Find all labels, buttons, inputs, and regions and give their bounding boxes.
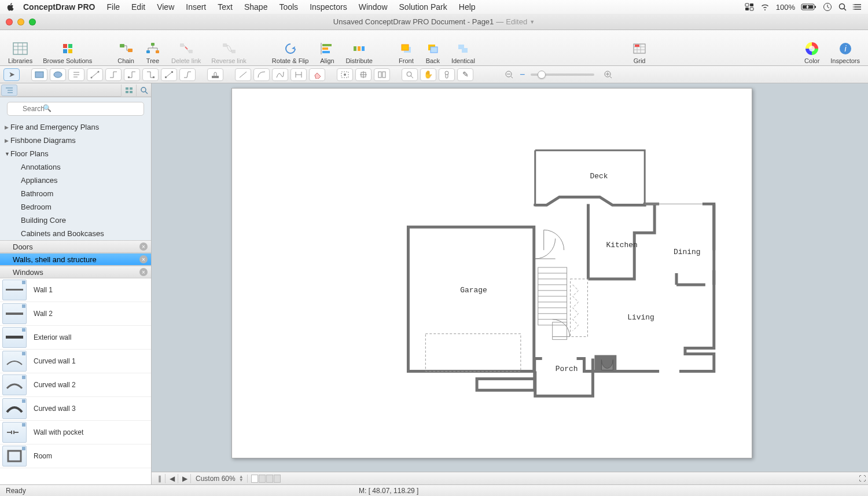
zoom-out-button[interactable]: [501, 68, 517, 81]
tree-button[interactable]: Tree: [140, 32, 165, 64]
zoom-tool[interactable]: [402, 68, 418, 81]
minimize-button[interactable]: [17, 19, 24, 25]
close-icon[interactable]: ×: [139, 268, 148, 276]
pan-tool[interactable]: ✋: [420, 68, 436, 81]
category-floorplans[interactable]: ▼Floor Plans: [0, 147, 151, 160]
lib-item-curved3[interactable]: Curved wall 3: [0, 397, 151, 421]
subcat-bathroom[interactable]: Bathroom: [0, 187, 151, 200]
lib-item-extwall[interactable]: Exterior wall: [0, 326, 151, 350]
menu-tools[interactable]: Tools: [279, 2, 298, 12]
snap3-tool[interactable]: [374, 68, 390, 81]
conn1-tool[interactable]: [87, 68, 103, 81]
zoom-in-button[interactable]: [600, 68, 616, 81]
snap1-tool[interactable]: [337, 68, 353, 81]
canvas-viewport[interactable]: Deck Kitchen Dining Garage Living Porch …: [152, 83, 868, 484]
line-tool[interactable]: [235, 68, 251, 81]
lib-item-wall2[interactable]: Wall 2: [0, 302, 151, 326]
close-icon[interactable]: ×: [139, 243, 148, 251]
menu-list-icon[interactable]: [853, 3, 862, 11]
tree-view-button[interactable]: [1, 84, 17, 96]
zoom-out-minus[interactable]: −: [520, 69, 525, 80]
menu-inspectors[interactable]: Inspectors: [310, 2, 347, 12]
menu-window[interactable]: Window: [359, 2, 388, 12]
menu-edit[interactable]: Edit: [131, 2, 145, 12]
zoom-slider[interactable]: [531, 74, 594, 76]
menu-insert[interactable]: Insert: [186, 2, 206, 12]
conn6-tool[interactable]: [179, 68, 196, 81]
chevron-down-icon[interactable]: ▼: [529, 19, 535, 25]
color-button[interactable]: Color: [799, 32, 825, 64]
menu-shape[interactable]: Shape: [244, 2, 267, 12]
subcat-annotations[interactable]: Annotations: [0, 160, 151, 174]
chain-button[interactable]: Chain: [113, 32, 139, 64]
spotlight-icon[interactable]: [838, 2, 847, 12]
apple-logo-icon[interactable]: [6, 2, 15, 12]
conn5-tool[interactable]: [161, 68, 177, 81]
sidebar-search-button[interactable]: [136, 84, 151, 96]
page-next-button[interactable]: ▶: [179, 474, 191, 483]
subcat-buildingcore[interactable]: Building Core: [0, 214, 151, 227]
lib-item-pocket[interactable]: Wall with pocket: [0, 421, 151, 444]
lib-item-curved2[interactable]: Curved wall 2: [0, 373, 151, 397]
menu-file[interactable]: File: [106, 2, 120, 12]
battery-icon[interactable]: [801, 3, 817, 11]
subcat-bedroom[interactable]: Bedroom: [0, 200, 151, 214]
eyedrop-tool[interactable]: [439, 68, 455, 81]
lib-item-curved1[interactable]: Curved wall 1: [0, 350, 151, 373]
page-pause-button[interactable]: ∥: [154, 474, 165, 483]
pointer-tool[interactable]: ➤: [3, 68, 20, 81]
libheader-windows[interactable]: Windows×: [0, 266, 151, 278]
browse-solutions-button[interactable]: Browse Solutions: [38, 32, 97, 64]
lib-item-room[interactable]: Room: [0, 444, 151, 468]
ellipse-tool[interactable]: [50, 68, 66, 81]
search-input[interactable]: [7, 102, 144, 116]
erase-tool[interactable]: [309, 68, 325, 81]
inspectors-button[interactable]: iInspectors: [826, 32, 865, 64]
conn2-tool[interactable]: [105, 68, 122, 81]
wifi-icon[interactable]: [760, 3, 770, 11]
distribute-button[interactable]: Distribute: [341, 32, 377, 64]
zoom-button[interactable]: [29, 19, 36, 25]
zoom-select[interactable]: Custom 60%▲▼: [192, 475, 248, 483]
arc-tool[interactable]: [253, 68, 270, 81]
menu-text[interactable]: Text: [218, 2, 233, 12]
conn3-tool[interactable]: [124, 68, 140, 81]
category-fire[interactable]: ▶Fire and Emergency Plans: [0, 120, 151, 134]
delete-link-button[interactable]: Delete link: [167, 32, 205, 64]
subcat-cabinets[interactable]: Cabinets and Bookcases: [0, 227, 151, 240]
page-thumbnails[interactable]: [249, 475, 281, 483]
stamp-tool[interactable]: [207, 68, 223, 81]
rect-tool[interactable]: [31, 68, 47, 81]
subcat-appliances[interactable]: Appliances: [0, 174, 151, 187]
back-button[interactable]: Back: [420, 32, 446, 64]
pencil-tool[interactable]: ✎: [457, 68, 473, 81]
menu-view[interactable]: View: [157, 2, 174, 12]
control-center-icon[interactable]: [745, 3, 754, 11]
front-button[interactable]: Front: [393, 32, 419, 64]
rotate-flip-button[interactable]: Rotate & Flip: [267, 32, 314, 64]
page-expand-button[interactable]: ⛶: [856, 474, 868, 483]
lib-item-wall1[interactable]: Wall 1: [0, 278, 151, 302]
menu-solutionpark[interactable]: Solution Park: [399, 2, 447, 12]
clock-icon[interactable]: [823, 2, 832, 12]
conn4-tool[interactable]: [142, 68, 159, 81]
grid-view-button[interactable]: [121, 84, 136, 96]
app-name: ConceptDraw PRO: [23, 2, 95, 12]
libheader-walls[interactable]: Walls, shell and structure×: [0, 253, 151, 266]
align-button[interactable]: Align: [314, 32, 340, 64]
text-tool[interactable]: [68, 68, 84, 81]
libheader-doors[interactable]: Doors×: [0, 240, 151, 253]
close-button[interactable]: [6, 19, 13, 25]
menu-help[interactable]: Help: [459, 2, 476, 12]
drawing-page[interactable]: Deck Kitchen Dining Garage Living Porch: [231, 88, 752, 458]
spline-tool[interactable]: [272, 68, 288, 81]
reverse-link-button[interactable]: Reverse link: [207, 32, 251, 64]
libraries-button[interactable]: Libraries: [3, 32, 37, 64]
category-fishbone[interactable]: ▶Fishbone Diagrams: [0, 134, 151, 147]
page-prev-button[interactable]: ◀: [167, 474, 178, 483]
snap2-tool[interactable]: [355, 68, 372, 81]
dimension-tool[interactable]: [290, 68, 307, 81]
grid-button[interactable]: Grid: [627, 32, 652, 64]
identical-button[interactable]: Identical: [447, 32, 480, 64]
close-icon[interactable]: ×: [139, 255, 148, 263]
